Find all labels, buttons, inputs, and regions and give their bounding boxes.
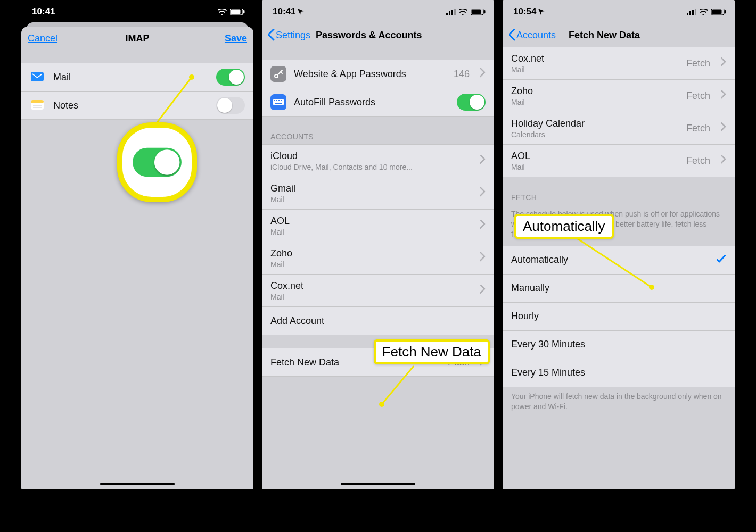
fetch-footer: Your iPhone will fetch new data in the b…: [503, 387, 735, 418]
home-indicator[interactable]: [341, 483, 415, 485]
header-accounts: Accounts: [262, 129, 494, 144]
callout-fetch: Fetch New Data: [374, 339, 490, 364]
page-title: Fetch New Data: [569, 30, 640, 41]
chevron-right-icon: [480, 155, 486, 167]
svg-point-22: [379, 402, 384, 407]
account-name: Gmail: [270, 183, 473, 194]
account-sub: Calendars: [511, 130, 679, 139]
row-fetch-option[interactable]: Manually: [503, 275, 735, 303]
row-account-fetch[interactable]: ZohoMailFetch: [503, 80, 735, 112]
option-label: Every 15 Minutes: [511, 367, 726, 378]
save-button[interactable]: Save: [225, 33, 247, 44]
row-fetch-option[interactable]: Every 15 Minutes: [503, 359, 735, 387]
chevron-right-icon: [480, 220, 486, 231]
row-add-account[interactable]: Add Account: [262, 307, 494, 335]
account-sub: Mail: [511, 98, 679, 106]
account-fetch-mode: Fetch: [686, 123, 710, 134]
status-time: 10:41: [273, 6, 295, 17]
chevron-right-icon: [480, 285, 486, 296]
autofill-toggle[interactable]: [457, 94, 486, 111]
cancel-button[interactable]: Cancel: [28, 33, 57, 44]
nav-bar: Accounts Fetch New Data: [503, 23, 735, 47]
key-icon: [270, 66, 286, 82]
account-fetch-mode: Fetch: [686, 58, 710, 69]
account-name: Holiday Calendar: [511, 118, 679, 129]
account-name: Zoho: [511, 86, 679, 97]
row-account[interactable]: ZohoMail: [262, 242, 494, 275]
header-fetch: Fetch: [503, 190, 735, 205]
notes-toggle[interactable]: [216, 97, 245, 114]
row-fetch-option[interactable]: Hourly: [503, 303, 735, 331]
row-account-fetch[interactable]: Cox.netMailFetch: [503, 47, 735, 80]
row-account[interactable]: iCloudiCloud Drive, Mail, Contacts and 1…: [262, 144, 494, 177]
back-settings[interactable]: Settings: [268, 29, 310, 41]
back-label: Accounts: [516, 30, 556, 41]
row-label: AutoFill Passwords: [294, 97, 449, 108]
row-website-passwords[interactable]: Website & App Passwords 146: [262, 60, 494, 88]
account-sub: Mail: [270, 195, 473, 204]
back-accounts[interactable]: Accounts: [509, 29, 556, 41]
status-bar: 10:54: [503, 0, 735, 23]
mail-icon: [30, 69, 46, 85]
page-title: Passwords & Accounts: [316, 30, 422, 41]
account-fetch-mode: Fetch: [686, 155, 710, 167]
row-value: 146: [454, 69, 470, 80]
signal-icon: [206, 9, 215, 15]
phone-imap-sheet: 10:41 Cancel IMAP Save Mail Notes: [21, 0, 253, 489]
sheet-nav: Cancel IMAP Save: [21, 27, 253, 50]
account-sub: Mail: [270, 293, 473, 301]
account-fetch-mode: Fetch: [686, 90, 710, 102]
phone-fetch-new-data: 10:54 Accounts Fetch New Data Cox.netMai…: [503, 0, 735, 489]
option-label: Hourly: [511, 311, 726, 322]
account-sub: Mail: [270, 228, 473, 236]
home-indicator[interactable]: [100, 483, 175, 485]
chevron-right-icon: [480, 68, 486, 80]
row-account[interactable]: GmailMail: [262, 177, 494, 210]
chevron-right-icon: [721, 57, 726, 69]
sheet-title: IMAP: [126, 33, 150, 44]
notes-icon: [30, 97, 46, 113]
location-icon: [538, 9, 545, 15]
status-time: 10:54: [513, 6, 536, 17]
chevron-right-icon: [480, 187, 486, 199]
row-fetch-option[interactable]: Automatically: [503, 246, 735, 275]
mail-toggle[interactable]: [216, 69, 245, 86]
chevron-right-icon: [721, 90, 726, 102]
row-mail[interactable]: Mail: [21, 63, 253, 92]
chevron-right-icon: [721, 122, 726, 134]
back-label: Settings: [276, 30, 310, 41]
battery-icon: [230, 9, 245, 15]
chevron-right-icon: [721, 155, 726, 167]
option-label: Manually: [511, 282, 726, 294]
row-autofill[interactable]: AutoFill Passwords: [262, 88, 494, 117]
status-time: 10:41: [32, 6, 55, 17]
account-name: Cox.net: [511, 53, 679, 64]
account-sub: iCloud Drive, Mail, Contacts and 10 more…: [270, 163, 473, 171]
row-account-fetch[interactable]: AOLMailFetch: [503, 145, 735, 177]
nav-bar: Settings Passwords & Accounts: [262, 23, 494, 47]
location-icon: [57, 9, 63, 15]
keyboard-icon: [270, 94, 286, 110]
account-name: Cox.net: [270, 280, 473, 292]
account-name: Zoho: [270, 248, 473, 259]
row-account[interactable]: AOLMail: [262, 210, 494, 242]
account-sub: Mail: [270, 260, 473, 269]
account-sub: Mail: [511, 65, 679, 74]
row-account[interactable]: Cox.netMail: [262, 275, 494, 307]
row-label: Website & App Passwords: [294, 69, 446, 80]
phone-passwords-accounts: 10:41 Settings Passwords & Accounts Webs…: [262, 0, 494, 489]
account-name: iCloud: [270, 151, 473, 162]
row-account-fetch[interactable]: Holiday CalendarCalendarsFetch: [503, 112, 735, 145]
row-label: Add Account: [270, 315, 486, 327]
row-notes[interactable]: Notes: [21, 92, 253, 120]
row-mail-label: Mail: [53, 72, 209, 83]
checkmark-icon: [717, 255, 726, 265]
account-sub: Mail: [511, 163, 679, 171]
row-notes-label: Notes: [53, 100, 209, 111]
callout-toggle-ring: [117, 122, 197, 202]
status-bar: 10:41: [262, 0, 494, 23]
option-label: Every 30 Minutes: [511, 339, 726, 350]
chevron-right-icon: [480, 252, 486, 264]
row-fetch-option[interactable]: Every 30 Minutes: [503, 331, 735, 359]
option-label: Automatically: [511, 254, 709, 265]
